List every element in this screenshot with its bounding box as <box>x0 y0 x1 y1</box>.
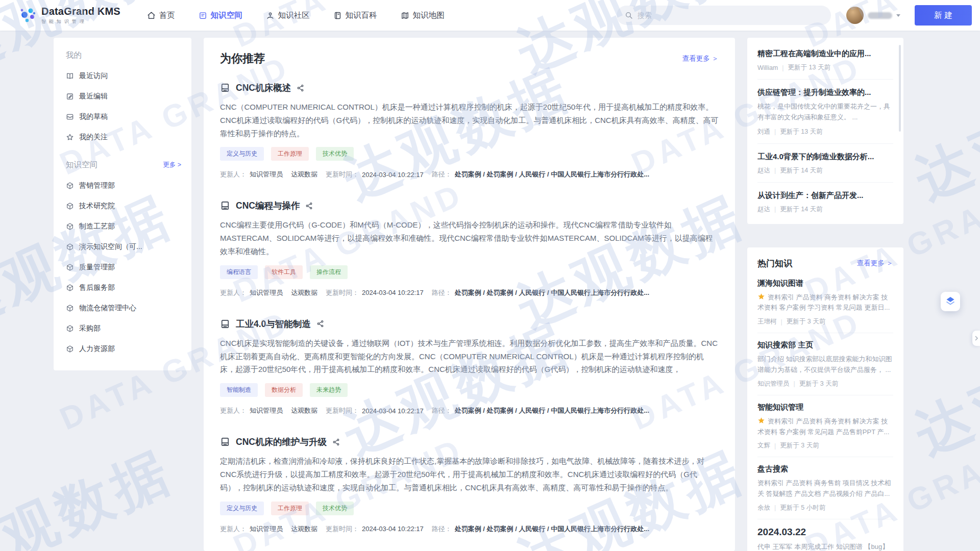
nav-item-map[interactable]: 知识地图 <box>401 10 445 21</box>
share-icon[interactable] <box>332 438 340 446</box>
article-tag[interactable]: 软件工具 <box>265 265 303 279</box>
map-icon <box>401 11 409 20</box>
article-path[interactable]: 处罚案例 / 处罚案例 / 人民银行 / 中国人民银行上海市分行行政处... <box>455 170 649 179</box>
article-tag[interactable]: 工作原理 <box>271 502 309 515</box>
sidebar-space-purchasing[interactable]: 采购部 <box>64 318 181 339</box>
hot-item-title: 2024.03.22 <box>757 527 893 538</box>
cube-icon <box>66 182 74 190</box>
sidebar-space-quality[interactable]: 质量管理部 <box>64 257 181 278</box>
article-tag[interactable]: 工作原理 <box>271 147 309 161</box>
sidebar-space-aftersales[interactable]: 售后服务部 <box>64 278 181 298</box>
hot-item[interactable]: 盘古搜索 资料索引 产品资料 商务售前 项目情况 技术相关 答疑解惑 产品文档 … <box>757 457 893 519</box>
hot-item[interactable]: 2024.03.22 代申 王军军 本周完成工作 知识图谱 【bug】排查并解决… <box>757 519 893 551</box>
user-menu[interactable] <box>846 7 900 24</box>
ai-assistant-button[interactable] <box>941 292 960 311</box>
star-icon <box>757 293 765 300</box>
nav-item-knowledge-space[interactable]: 知识空间 <box>199 10 242 21</box>
space-more-link[interactable]: 更多 > <box>163 161 181 169</box>
article-card: CNC机床的维护与升级 定期清洁机床，检查润滑油和冷却液，保持机床良好的工作状态… <box>220 436 719 533</box>
article-tags: 智能制造 数据分析 未来趋势 <box>220 383 719 397</box>
article-meta: 更新人： 知识管理员 达观数据 更新时间： 2024-03-04 10:22:1… <box>220 406 719 415</box>
sidebar-space-hr[interactable]: 人力资源部 <box>64 339 181 359</box>
article-tag[interactable]: 操作流程 <box>310 265 348 279</box>
sidebar-space-tech-institute[interactable]: 技术研究院 <box>64 196 181 216</box>
brand-name: DataGrand KMS <box>41 6 120 17</box>
sidebar-item-label: 演示知识空间（可... <box>79 242 142 252</box>
search-input[interactable] <box>638 11 823 19</box>
article-card: CNC编程与操作 CNC编程主要使用G代码（G-CODE）和M代码（M-CODE… <box>220 199 719 297</box>
chevron-right-icon <box>974 336 978 341</box>
logo-icon <box>18 6 37 24</box>
hot-item[interactable]: 智能知识管理 资料索引 产品资料 商务资料 解决方案 技术资料 客户案例 常见问… <box>757 395 893 458</box>
sidebar-item-recent-edits[interactable]: 最近编辑 <box>64 86 181 107</box>
hot-knowledge-title: 热门知识 <box>757 258 792 269</box>
article-meta: 更新人： 知识管理员 达观数据 更新时间： 2024-03-04 10:22:1… <box>220 524 719 534</box>
article-tag[interactable]: 定义与历史 <box>220 502 264 515</box>
feed-item[interactable]: 从设计到生产：创新产品开发... 赵达 | 更新于 14 天前 <box>757 183 893 221</box>
feed-item-author: William <box>757 64 778 71</box>
article-title[interactable]: CNC编程与操作 <box>236 199 300 212</box>
sidebar-space-demo[interactable]: 演示知识空间（可... <box>64 237 181 257</box>
main-nav: 首页 知识空间 知识社区 知识百科 知识地图 <box>147 10 445 21</box>
article-description: CNC编程主要使用G代码（G-CODE）和M代码（M-CODE），这些代码指令控… <box>220 218 719 258</box>
article-meta: 更新人： 知识管理员 达观数据 更新时间： 2024-03-04 10:22:1… <box>220 288 719 297</box>
feed-item-updated: 更新于 14 天前 <box>780 166 822 175</box>
document-icon <box>220 83 230 93</box>
article-card: CNC机床概述 CNC（COMPUTER NUMERICAL CONTROL）机… <box>220 82 719 179</box>
article-tag[interactable]: 编程语言 <box>220 265 258 279</box>
avatar[interactable] <box>846 7 864 24</box>
cube-icon <box>66 284 74 292</box>
article-tag[interactable]: 数据分析 <box>265 383 303 397</box>
nav-label: 知识空间 <box>211 10 242 21</box>
sidebar-item-my-follows[interactable]: 我的关注 <box>64 127 181 147</box>
sidebar-space-logistics[interactable]: 物流仓储管理中心 <box>64 298 181 318</box>
nav-item-home[interactable]: 首页 <box>147 10 175 21</box>
sidebar-item-recent-visits[interactable]: 最近访问 <box>64 66 181 86</box>
feed-item-title: 供应链管理：提升制造业效率的... <box>757 88 893 97</box>
hot-item-updated: 更新于 5 小时前 <box>780 504 825 512</box>
page-content: 我的 最近访问 最近编辑 我的草稿 我的关注 知识空间 更多 > 营销管理部 <box>0 31 980 551</box>
sidebar-item-label: 我的关注 <box>79 133 108 142</box>
sidebar-item-label: 我的草稿 <box>79 112 108 121</box>
view-more-link[interactable]: 查看更多 ＞ <box>682 54 719 63</box>
article-tag[interactable]: 技术优势 <box>316 147 354 161</box>
article-tag[interactable]: 定义与历史 <box>220 147 264 161</box>
assistant-icon <box>944 295 957 308</box>
article-tag[interactable]: 未来趋势 <box>310 383 348 397</box>
article-title[interactable]: CNC机床的维护与升级 <box>236 436 327 448</box>
community-icon <box>266 11 275 20</box>
sidebar-space-marketing[interactable]: 营销管理部 <box>64 176 181 196</box>
feed-scrollbar[interactable] <box>899 45 901 132</box>
article-description: CNC（COMPUTER NUMERICAL CONTROL）机床是一种通过计算… <box>220 101 719 140</box>
edit-icon <box>66 92 74 101</box>
article-path[interactable]: 处罚案例 / 处罚案例 / 人民银行 / 中国人民银行上海市分行行政处... <box>455 524 649 534</box>
feed-item[interactable]: 工业4.0背景下的制造业数据分析... 赵达 | 更新于 14 天前 <box>757 144 893 183</box>
hot-item-updated: 更新于 3 天前 <box>799 380 838 388</box>
hot-item[interactable]: 渊海知识图谱 资料索引 产品资料 商务资料 解决方案 技术资料 客户案例 学习资… <box>757 271 893 334</box>
brand-logo[interactable]: DataGrand KMS 智能知识管理 <box>18 6 120 25</box>
article-title[interactable]: 工业4.0与智能制造 <box>236 318 311 330</box>
search-icon <box>625 11 633 19</box>
nav-item-community[interactable]: 知识社区 <box>266 10 310 21</box>
sidebar-item-my-drafts[interactable]: 我的草稿 <box>64 107 181 127</box>
article-tag[interactable]: 技术优势 <box>316 502 354 515</box>
article-tag[interactable]: 智能制造 <box>220 383 258 397</box>
article-title[interactable]: CNC机床概述 <box>236 82 291 94</box>
nav-label: 知识百科 <box>346 10 377 21</box>
user-name-redacted <box>868 12 892 19</box>
panel-expand-handle[interactable] <box>972 331 980 346</box>
share-icon[interactable] <box>316 320 324 328</box>
article-path[interactable]: 处罚案例 / 处罚案例 / 人民银行 / 中国人民银行上海市分行行政处... <box>455 288 649 297</box>
hot-item[interactable]: 知识搜索部 主页 部门介绍 知识搜索部以底层搜索能力和知识图谱能力为基础，不仅提… <box>757 333 893 395</box>
sidebar-space-manufacturing[interactable]: 制造工艺部 <box>64 216 181 237</box>
feed-item[interactable]: 供应链管理：提升制造业效率的... 桃花，是中国传统文化中的重要花卉之一，具有丰… <box>757 80 893 144</box>
share-icon[interactable] <box>305 202 313 210</box>
nav-item-wiki[interactable]: 知识百科 <box>333 10 377 21</box>
new-button[interactable]: 新 建 <box>915 5 972 26</box>
sidebar-item-label: 制造工艺部 <box>79 222 115 231</box>
left-sidebar: 我的 最近访问 最近编辑 我的草稿 我的关注 知识空间 更多 > 营销管理部 <box>54 38 191 370</box>
hot-view-more-link[interactable]: 查看更多 ＞ <box>857 259 893 268</box>
share-icon[interactable] <box>297 84 304 92</box>
feed-item[interactable]: 精密工程在高端制造业中的应用... William | 更新于 13 天前 <box>757 41 893 80</box>
article-path[interactable]: 处罚案例 / 处罚案例 / 人民银行 / 中国人民银行上海市分行行政处... <box>455 406 649 415</box>
